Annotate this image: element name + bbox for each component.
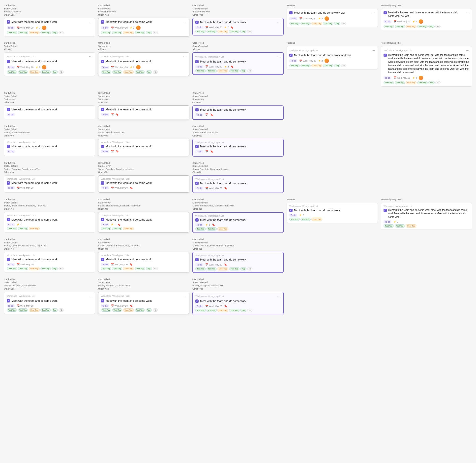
tag[interactable]: Test Tag xyxy=(18,70,28,74)
tag-more[interactable]: +2 xyxy=(341,64,346,67)
tag[interactable]: Test Tag xyxy=(323,22,333,25)
tag-user[interactable]: User Tag xyxy=(217,309,228,312)
tag[interactable]: Test Tag xyxy=(229,30,239,33)
tag[interactable]: Tag xyxy=(334,64,340,67)
more-options-icon[interactable]: ⋯ xyxy=(183,55,187,59)
tag[interactable]: Test Tag xyxy=(7,227,17,230)
task-card-5-3[interactable]: Workplace / Workgroup / List Meet with t… xyxy=(192,175,284,193)
tag-user[interactable]: User Tag xyxy=(29,31,40,34)
task-card-6-1[interactable]: Workplace / Workgroup / List Meet with t… xyxy=(4,212,95,232)
task-card[interactable]: Meet with the team and do some work ⋯ To… xyxy=(4,18,95,36)
task-card-2-2[interactable]: Workplace / Workgroup / List ⋯ Meet with… xyxy=(98,52,189,76)
tag[interactable]: Test Tag xyxy=(112,308,122,312)
task-card-3-3[interactable]: Meet with the team and do some work To d… xyxy=(192,105,284,120)
tag[interactable]: Test Tag xyxy=(7,267,17,270)
tag-user[interactable]: User Tag xyxy=(29,267,40,270)
tag[interactable]: Tag xyxy=(146,70,152,74)
status-badge[interactable]: To do xyxy=(7,26,15,29)
task-checkbox[interactable] xyxy=(7,299,10,302)
tag[interactable]: Test Tag xyxy=(289,22,300,25)
more-options-icon[interactable]: ⋯ xyxy=(277,20,281,24)
tag-more[interactable]: +2 xyxy=(435,25,441,28)
tag-user[interactable]: User Tag xyxy=(217,69,228,72)
tag[interactable]: Test Tag xyxy=(18,227,28,230)
tag[interactable]: Test Tag xyxy=(384,224,394,228)
tag[interactable]: Test Tag xyxy=(207,227,217,231)
task-checkbox[interactable] xyxy=(101,258,104,261)
more-options-icon[interactable]: ⋯ xyxy=(89,20,92,24)
tag[interactable]: Test Tag xyxy=(207,69,217,72)
more-options-icon[interactable]: ⋯ xyxy=(372,11,375,15)
tag[interactable]: Test Tag xyxy=(112,267,122,270)
tag-more[interactable]: +2 xyxy=(247,30,252,33)
task-card-8-1[interactable]: Workplace / Workgroup / List ⋯ Meet with… xyxy=(4,292,95,314)
tag[interactable]: Test Tag xyxy=(395,81,405,84)
tag[interactable]: Tag xyxy=(240,267,246,270)
tag[interactable]: Tag xyxy=(146,31,152,34)
task-checkbox[interactable] xyxy=(195,258,199,261)
tag[interactable]: Test Tag xyxy=(300,64,311,67)
tag[interactable]: Test Tag xyxy=(135,70,145,74)
tag-user[interactable]: User Tag xyxy=(123,70,134,74)
tag-user[interactable]: User Tag xyxy=(123,267,134,270)
status-badge[interactable]: To do xyxy=(289,214,297,217)
tag[interactable]: Test Tag xyxy=(384,81,394,84)
tag[interactable]: Test Tag xyxy=(207,30,217,33)
tag[interactable]: Test Tag xyxy=(40,31,51,34)
status-badge[interactable]: To do xyxy=(7,186,15,189)
task-card-personal[interactable]: Meet with the team and do some work wor … xyxy=(287,9,378,27)
more-options-icon[interactable]: ⋯ xyxy=(277,294,281,298)
tag[interactable]: Test Tag xyxy=(18,267,28,270)
tag[interactable]: Test Tag xyxy=(300,22,311,25)
task-checkbox[interactable] xyxy=(384,11,387,14)
task-checkbox[interactable] xyxy=(289,11,293,14)
tag-more[interactable]: +2 xyxy=(247,267,252,270)
tag-more[interactable]: +2 xyxy=(435,81,441,84)
task-checkbox[interactable] xyxy=(195,60,199,63)
tag[interactable]: Test Tag xyxy=(101,227,111,230)
status-badge[interactable]: To do xyxy=(195,223,203,226)
status-badge[interactable]: To do xyxy=(101,113,109,116)
status-badge[interactable]: To do xyxy=(195,113,203,116)
tag[interactable]: Tag xyxy=(52,308,58,312)
tag-more[interactable]: +2 xyxy=(153,308,158,312)
tag-user[interactable]: User Tag xyxy=(406,25,416,28)
more-options-icon[interactable]: ⋯ xyxy=(183,294,187,298)
tag[interactable]: Test Tag xyxy=(195,309,206,312)
task-checkbox[interactable] xyxy=(7,218,10,221)
task-checkbox[interactable] xyxy=(101,218,104,221)
task-card-7-2[interactable]: Workplace / Workgroup / List Meet with t… xyxy=(98,252,189,272)
tag-user[interactable]: User Tag xyxy=(217,30,228,33)
status-badge[interactable]: To do xyxy=(7,113,15,116)
status-badge[interactable]: To do xyxy=(195,65,203,68)
tag[interactable]: Test Tag xyxy=(207,267,217,270)
tag-user[interactable]: User Tag xyxy=(123,308,134,312)
tag[interactable]: Tag xyxy=(52,267,58,270)
status-badge[interactable]: To do xyxy=(7,223,15,226)
task-card-8-2[interactable]: Workplace / Workgroup / List ⋯ Meet with… xyxy=(98,292,189,314)
tag-user[interactable]: User Tag xyxy=(123,227,134,230)
task-checkbox[interactable] xyxy=(101,145,104,148)
tag[interactable]: Test Tag xyxy=(101,31,111,34)
task-card-personal-long[interactable]: Meet with the team and do some work eet … xyxy=(381,9,472,30)
more-options-icon[interactable]: ⋯ xyxy=(372,48,375,52)
tag-more[interactable]: +2 xyxy=(153,31,158,34)
tag[interactable]: Test Tag xyxy=(40,308,51,312)
tag[interactable]: Test Tag xyxy=(207,309,217,312)
task-checkbox[interactable] xyxy=(101,108,104,111)
task-checkbox[interactable] xyxy=(7,258,10,261)
task-checkbox[interactable] xyxy=(101,299,104,302)
tag[interactable]: Test Tag xyxy=(135,267,145,270)
tag-user[interactable]: User Tag xyxy=(406,81,416,84)
tag[interactable]: Tag xyxy=(52,70,58,74)
tag-user[interactable]: User Tag xyxy=(311,218,322,221)
status-badge[interactable]: To do xyxy=(384,76,391,79)
tag-user[interactable]: User Tag xyxy=(217,227,228,231)
task-checkbox[interactable] xyxy=(7,60,10,63)
task-checkbox[interactable] xyxy=(289,54,293,57)
task-checkbox[interactable] xyxy=(101,60,104,63)
tag-more[interactable]: +2 xyxy=(59,31,64,34)
task-checkbox[interactable] xyxy=(289,209,293,212)
tag[interactable]: Test Tag xyxy=(135,31,145,34)
tag-user[interactable]: User Tag xyxy=(123,31,134,34)
